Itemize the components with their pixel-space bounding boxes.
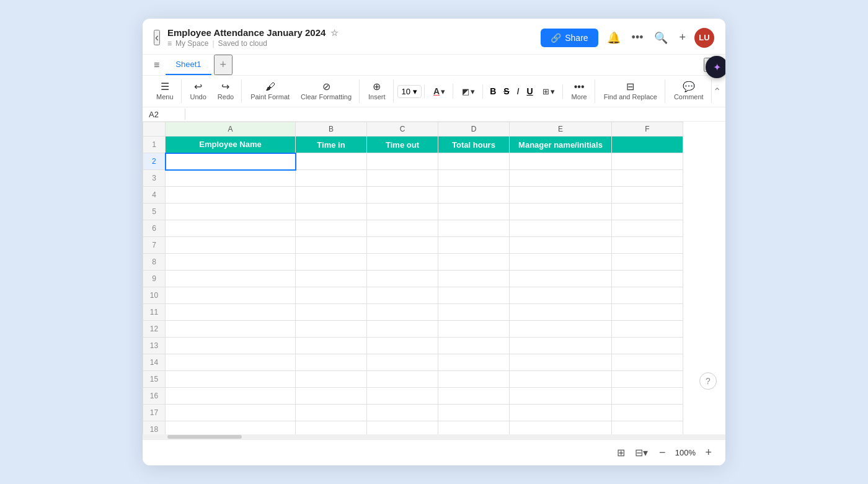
- help-button[interactable]: ?: [699, 372, 717, 390]
- data-cell[interactable]: [612, 405, 683, 421]
- clear-formatting-button[interactable]: ⊘ Clear Formatting: [296, 79, 356, 103]
- data-cell[interactable]: [438, 304, 510, 321]
- header-cell-f[interactable]: [612, 137, 683, 153]
- data-cell[interactable]: [296, 220, 367, 237]
- star-icon[interactable]: ☆: [330, 28, 339, 38]
- data-cell[interactable]: [438, 204, 510, 220]
- data-cell[interactable]: [438, 254, 510, 271]
- data-cell[interactable]: [438, 220, 510, 237]
- data-cell[interactable]: [438, 237, 510, 254]
- data-cell[interactable]: [612, 204, 683, 220]
- data-cell[interactable]: [367, 187, 438, 204]
- zoom-out-button[interactable]: −: [655, 445, 670, 460]
- data-cell[interactable]: [296, 405, 367, 421]
- data-cell[interactable]: [296, 338, 367, 354]
- data-cell[interactable]: [166, 388, 296, 405]
- data-cell[interactable]: [166, 170, 296, 187]
- data-cell[interactable]: [510, 187, 612, 204]
- data-cell[interactable]: [438, 388, 510, 405]
- data-cell[interactable]: [367, 204, 438, 220]
- data-cell[interactable]: [296, 254, 367, 271]
- strikethrough-button[interactable]: S: [500, 84, 512, 98]
- data-cell[interactable]: [612, 371, 683, 388]
- ai-button[interactable]: ✦: [706, 56, 725, 78]
- data-cell[interactable]: [367, 354, 438, 371]
- data-cell[interactable]: [510, 371, 612, 388]
- data-cell[interactable]: [367, 237, 438, 254]
- data-cell[interactable]: [438, 321, 510, 338]
- data-cell[interactable]: [367, 220, 438, 237]
- table-format-button[interactable]: ⊞ ▾: [538, 84, 560, 99]
- data-cell[interactable]: [438, 421, 510, 435]
- paint-format-button[interactable]: 🖌 Paint Format: [246, 79, 294, 103]
- find-replace-button[interactable]: ⊟ Find and Replace: [599, 79, 662, 103]
- data-cell[interactable]: [612, 304, 683, 321]
- menu-button[interactable]: ☰ Menu: [151, 79, 179, 103]
- search-button[interactable]: 🔍: [652, 29, 670, 47]
- data-cell[interactable]: [367, 338, 438, 354]
- data-cell[interactable]: [296, 287, 367, 304]
- horizontal-scrollbar[interactable]: [143, 434, 725, 439]
- more-button[interactable]: •••: [629, 29, 646, 47]
- data-cell[interactable]: [166, 321, 296, 338]
- data-cell[interactable]: [166, 421, 296, 435]
- data-cell-e2[interactable]: [510, 153, 612, 170]
- underline-button[interactable]: U: [523, 84, 536, 98]
- data-cell[interactable]: [296, 354, 367, 371]
- col-header-b[interactable]: B: [296, 122, 367, 137]
- spreadsheet-wrapper[interactable]: A B C D E F 1 Employee Name Time in Time: [143, 122, 725, 434]
- grid-view-button[interactable]: ⊞: [614, 446, 627, 460]
- data-cell[interactable]: [166, 371, 296, 388]
- data-cell[interactable]: [510, 405, 612, 421]
- data-cell[interactable]: [296, 170, 367, 187]
- italic-button[interactable]: I: [514, 84, 523, 98]
- data-cell[interactable]: [296, 421, 367, 435]
- data-cell[interactable]: [612, 254, 683, 271]
- data-cell[interactable]: [296, 388, 367, 405]
- header-cell-b[interactable]: Time in: [296, 137, 367, 153]
- data-cell[interactable]: [612, 287, 683, 304]
- data-cell[interactable]: [510, 388, 612, 405]
- data-cell[interactable]: [296, 371, 367, 388]
- data-cell[interactable]: [438, 371, 510, 388]
- data-cell[interactable]: [166, 287, 296, 304]
- data-cell[interactable]: [166, 405, 296, 421]
- comment-button[interactable]: 💬 Comment: [669, 79, 709, 103]
- data-cell[interactable]: [438, 338, 510, 354]
- add-sheet-button[interactable]: +: [214, 55, 233, 75]
- data-cell-b2[interactable]: [296, 153, 367, 170]
- share-button[interactable]: 🔗 Share: [541, 29, 598, 47]
- data-cell[interactable]: [367, 388, 438, 405]
- grid-split-view-button[interactable]: ⊟ ▾: [632, 446, 650, 460]
- data-cell[interactable]: [438, 354, 510, 371]
- header-cell-e[interactable]: Manager name/initials: [510, 137, 612, 153]
- bell-button[interactable]: 🔔: [604, 29, 623, 47]
- text-color-button[interactable]: A ▾: [428, 84, 450, 99]
- data-cell[interactable]: [612, 321, 683, 338]
- font-size-box[interactable]: 10 ▾: [397, 85, 422, 98]
- data-cell[interactable]: [510, 287, 612, 304]
- add-button[interactable]: +: [676, 29, 688, 47]
- data-cell[interactable]: [612, 354, 683, 371]
- data-cell[interactable]: [166, 354, 296, 371]
- data-cell[interactable]: [367, 371, 438, 388]
- data-cell[interactable]: [612, 170, 683, 187]
- data-cell[interactable]: [438, 187, 510, 204]
- zoom-in-button[interactable]: +: [701, 445, 715, 460]
- avatar[interactable]: LU: [694, 28, 714, 48]
- data-cell[interactable]: [612, 388, 683, 405]
- redo-button[interactable]: ↪ Redo: [213, 79, 239, 103]
- data-cell[interactable]: [510, 321, 612, 338]
- data-cell[interactable]: [367, 254, 438, 271]
- data-cell[interactable]: [612, 237, 683, 254]
- data-cell-d2[interactable]: [438, 153, 510, 170]
- data-cell[interactable]: [166, 187, 296, 204]
- data-cell[interactable]: [166, 338, 296, 354]
- data-cell[interactable]: [367, 321, 438, 338]
- undo-button[interactable]: ↩ Undo: [185, 79, 211, 103]
- data-cell[interactable]: [612, 421, 683, 435]
- data-cell[interactable]: [296, 304, 367, 321]
- data-cell[interactable]: [438, 271, 510, 287]
- data-cell[interactable]: [296, 187, 367, 204]
- bold-button[interactable]: B: [487, 84, 499, 98]
